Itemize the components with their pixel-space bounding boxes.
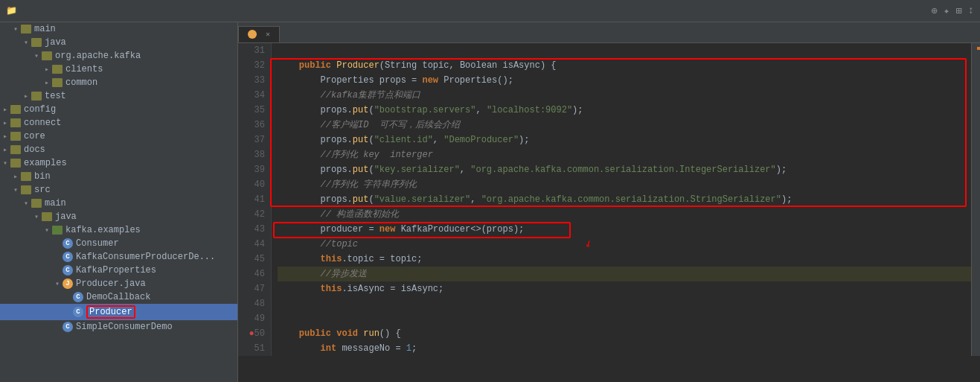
tree-item-config[interactable]: ▸config (0, 103, 237, 116)
tab-producer-java[interactable]: ✕ (238, 26, 280, 42)
tree-item-label: connect (24, 118, 61, 128)
code-line-34: //kafka集群节点和端口 (278, 88, 971, 103)
tree-arrow: ▾ (52, 279, 63, 288)
tree-arrow: ▾ (21, 38, 31, 47)
tree-item-org.apache.kafka[interactable]: ▾org.apache.kafka (0, 49, 237, 63)
code-line-51: int messageNo = 1; (278, 341, 971, 356)
tree-item-java2[interactable]: ▾java (0, 210, 237, 223)
toolbar-icon-1[interactable]: ⊕ (931, 4, 937, 17)
tree-item-label: examples (24, 158, 67, 168)
code-line-49 (278, 311, 971, 326)
tab-close-button[interactable]: ✕ (266, 30, 270, 39)
tree-item-label: core (24, 131, 45, 141)
sidebar: ▾main▾java▾org.apache.kafka▸clients▸comm… (0, 22, 238, 382)
tree-item-label: main (45, 198, 66, 208)
tree-item-src[interactable]: ▾src (0, 183, 237, 197)
tree-item-java[interactable]: ▾java (0, 36, 237, 49)
folder-icon (10, 159, 21, 168)
tab-bar: ✕ (238, 22, 980, 43)
class-icon: C (63, 322, 73, 332)
toolbar-icon-2[interactable]: ✦ (944, 4, 949, 17)
toolbar-icon-4[interactable]: ↕ (968, 4, 974, 17)
code-line-35: props.put("bootstrap.servers", "localhos… (278, 103, 971, 118)
folder-icon (52, 65, 63, 74)
tab-java-icon (248, 30, 257, 39)
toolbar-icon-3[interactable]: ⊞ (955, 4, 961, 17)
tree-item-connect[interactable]: ▸connect (0, 116, 237, 130)
code-container: 31323334353637383940414243444546474849●5… (238, 43, 980, 356)
line-number-44: 44 (244, 237, 265, 252)
minimap-marker (977, 47, 980, 50)
tree-item-DemoCallback[interactable]: CDemoCallback (0, 290, 237, 304)
line-number-39: 39 (244, 162, 265, 177)
line-number-48: 48 (244, 296, 265, 311)
code-line-38: //序列化 key interger (278, 147, 971, 162)
tree-item-label: config (24, 104, 56, 115)
line-number-32: 32 (244, 58, 265, 73)
line-number-42: 42 (244, 207, 265, 222)
tree-item-main2[interactable]: ▾main (0, 197, 237, 210)
folder-icon (10, 118, 21, 127)
code-line-41: props.put("value.serializer", "org.apach… (278, 192, 971, 207)
tree-item-SimpleConsumerDemo[interactable]: CSimpleConsumerDemo (0, 320, 237, 334)
tree-item-Producer[interactable]: CProducer (0, 304, 237, 320)
tree-arrow: ▾ (42, 226, 52, 235)
line-number-37: 37 (244, 133, 265, 147)
tree-item-KafkaProperties[interactable]: CKafkaProperties (0, 264, 237, 277)
folder-icon (10, 145, 21, 154)
line-number-36: 36 (244, 118, 265, 133)
line-number-34: 34 (244, 88, 265, 103)
line-number-46: 46 (244, 267, 265, 281)
code-line-50: public void run() { (278, 326, 971, 341)
line-number-47: 47 (244, 281, 265, 296)
tree-item-label: kafka.examples (65, 225, 141, 235)
folder-icon (21, 25, 31, 34)
tree-item-docs[interactable]: ▸docs (0, 143, 237, 156)
tree-item-test[interactable]: ▸test (0, 89, 237, 103)
code-line-36: //客户端ID 可不写，后续会介绍 (278, 118, 971, 133)
class-icon: C (63, 238, 73, 249)
tree-item-label: org.apache.kafka (55, 51, 141, 61)
tree-item-bin[interactable]: ▸bin (0, 170, 237, 183)
tree-item-label: KafkaProperties (76, 265, 156, 276)
main-content: ▾main▾java▾org.apache.kafka▸clients▸comm… (0, 22, 980, 382)
tree-item-Consumer[interactable]: CConsumer (0, 237, 237, 250)
tree-item-core[interactable]: ▸core (0, 130, 237, 143)
folder-icon (42, 212, 52, 221)
code-line-43: producer = new KafkaProducer<>(props); (278, 222, 971, 237)
tree-item-label: Producer (86, 305, 135, 319)
tree-item-kafka.examples[interactable]: ▾kafka.examples (0, 223, 237, 237)
tree-item-KafkaConsumerProducerDemo[interactable]: CKafkaConsumerProducerDe... (0, 250, 237, 264)
tree-item-label: java (45, 37, 66, 48)
line-number-43: 43 (244, 222, 265, 237)
line-number-50: ●50 (244, 326, 265, 341)
code-line-48 (278, 296, 971, 311)
tree-item-common[interactable]: ▸common (0, 76, 237, 89)
line-number-38: 38 (244, 147, 265, 162)
java-icon: J (63, 278, 73, 289)
code-line-32: public Producer(String topic, Boolean is… (278, 58, 971, 73)
tree-item-label: common (65, 77, 97, 88)
tree-item-label: test (45, 91, 66, 101)
project-icon: 📁 (6, 5, 17, 16)
line-number-31: 31 (244, 43, 265, 58)
line-number-41: 41 (244, 192, 265, 207)
package-icon (52, 226, 63, 235)
tree-arrow: ▸ (0, 118, 10, 127)
line-number-35: 35 (244, 103, 265, 118)
tree-item-main[interactable]: ▾main (0, 22, 237, 36)
tree-arrow: ▾ (0, 159, 10, 168)
class-icon: C (63, 252, 73, 262)
tree-item-examples[interactable]: ▾examples (0, 156, 237, 170)
tree-item-label: DemoCallback (86, 292, 150, 302)
tree-item-clients[interactable]: ▸clients (0, 63, 237, 76)
code-area[interactable]: ✕ 31323334353637383940414243444546474849… (238, 22, 980, 382)
tree-arrow: ▸ (42, 78, 52, 87)
tree-arrow: ▾ (31, 51, 42, 60)
toolbar-icons: ⊕ ✦ ⊞ ↕ (931, 4, 974, 17)
tree-item-Producer.java[interactable]: ▾JProducer.java (0, 277, 237, 290)
top-bar: 📁 ⊕ ✦ ⊞ ↕ (0, 0, 980, 22)
project-title: 📁 (6, 5, 22, 16)
tree-arrow: ▾ (10, 25, 21, 34)
tree-item-label: Consumer (76, 238, 119, 249)
